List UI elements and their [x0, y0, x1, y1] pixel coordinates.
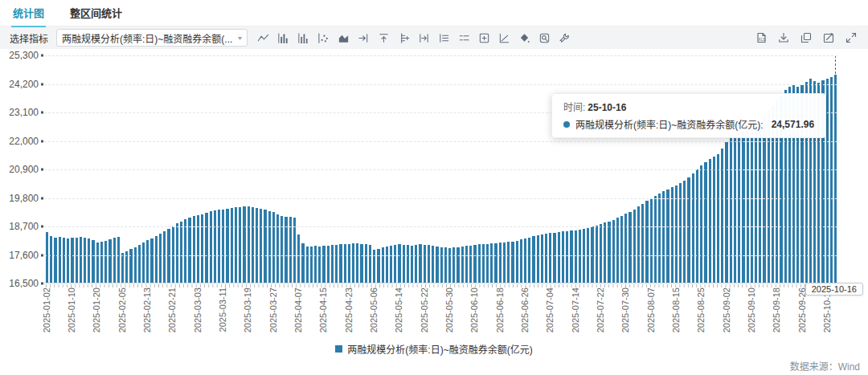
- bar[interactable]: [80, 237, 82, 283]
- scatter-chart-icon[interactable]: [316, 31, 330, 45]
- bar[interactable]: [142, 243, 145, 283]
- bar[interactable]: [687, 177, 690, 283]
- bar[interactable]: [830, 77, 833, 283]
- bar[interactable]: [76, 238, 78, 283]
- bar[interactable]: [553, 233, 555, 283]
- bar[interactable]: [478, 244, 481, 283]
- bar[interactable]: [608, 222, 610, 283]
- bar[interactable]: [214, 210, 216, 283]
- bar[interactable]: [46, 232, 48, 283]
- bar[interactable]: [348, 244, 350, 283]
- download-icon[interactable]: [776, 31, 791, 45]
- bar[interactable]: [704, 162, 706, 283]
- bar[interactable]: [683, 181, 686, 283]
- bar[interactable]: [658, 194, 661, 283]
- bar[interactable]: [700, 165, 702, 283]
- bar-chart-icon[interactable]: [276, 31, 290, 45]
- bar[interactable]: [755, 125, 757, 283]
- bar[interactable]: [440, 247, 443, 283]
- bar[interactable]: [662, 191, 665, 283]
- bar[interactable]: [67, 238, 69, 283]
- list-icon[interactable]: [436, 31, 451, 45]
- bar[interactable]: [104, 241, 107, 283]
- bar[interactable]: [549, 233, 551, 283]
- scale-settings-icon[interactable]: [396, 31, 411, 45]
- bar[interactable]: [650, 198, 653, 283]
- bar[interactable]: [293, 218, 296, 283]
- bar[interactable]: [692, 173, 694, 283]
- bar[interactable]: [113, 238, 116, 283]
- trendline-icon[interactable]: [497, 31, 511, 45]
- bar[interactable]: [301, 243, 304, 283]
- bar[interactable]: [167, 229, 170, 283]
- bar[interactable]: [734, 136, 736, 283]
- bar[interactable]: [645, 201, 648, 283]
- bar[interactable]: [159, 234, 162, 283]
- bar[interactable]: [222, 210, 224, 283]
- bar[interactable]: [575, 230, 577, 283]
- bar[interactable]: [537, 235, 539, 283]
- bar[interactable]: [826, 79, 829, 283]
- bar[interactable]: [176, 223, 178, 283]
- bar[interactable]: [318, 247, 321, 283]
- bar[interactable]: [482, 244, 485, 283]
- line-chart-icon[interactable]: [256, 31, 270, 45]
- bar[interactable]: [252, 207, 254, 283]
- bar[interactable]: [473, 245, 476, 283]
- bar[interactable]: [197, 215, 199, 283]
- bar[interactable]: [671, 187, 674, 283]
- dot-bar-chart-icon[interactable]: [296, 31, 310, 45]
- bar[interactable]: [63, 238, 65, 283]
- bar[interactable]: [461, 247, 464, 283]
- bar[interactable]: [226, 209, 228, 283]
- bar[interactable]: [436, 247, 438, 283]
- bar[interactable]: [532, 236, 534, 283]
- bar[interactable]: [675, 185, 678, 283]
- add-panel-icon[interactable]: [477, 31, 491, 45]
- bar[interactable]: [360, 244, 362, 283]
- bar[interactable]: [583, 229, 585, 283]
- bar[interactable]: [117, 237, 120, 283]
- bar[interactable]: [54, 238, 56, 283]
- bar[interactable]: [88, 238, 90, 283]
- bar[interactable]: [403, 245, 405, 283]
- bar[interactable]: [121, 253, 124, 283]
- bar[interactable]: [297, 234, 300, 283]
- bar[interactable]: [834, 75, 837, 284]
- bar[interactable]: [503, 243, 506, 283]
- bar[interactable]: [268, 211, 271, 283]
- shift-right-icon[interactable]: [356, 31, 371, 45]
- bar[interactable]: [490, 243, 493, 283]
- bar[interactable]: [407, 245, 409, 283]
- bar[interactable]: [264, 210, 266, 283]
- bar[interactable]: [604, 222, 606, 283]
- bar[interactable]: [394, 245, 396, 283]
- bar[interactable]: [709, 159, 711, 283]
- bar[interactable]: [272, 212, 275, 283]
- bar[interactable]: [411, 246, 413, 283]
- bar[interactable]: [415, 245, 417, 283]
- bar[interactable]: [747, 130, 749, 283]
- bar[interactable]: [205, 213, 207, 283]
- bar[interactable]: [612, 220, 615, 283]
- bar[interactable]: [188, 218, 190, 283]
- bar[interactable]: [306, 247, 309, 283]
- bar[interactable]: [465, 246, 468, 283]
- bar[interactable]: [239, 207, 241, 283]
- tab-statistics-chart[interactable]: 统计图: [11, 0, 46, 27]
- bar[interactable]: [499, 243, 502, 283]
- bar[interactable]: [452, 247, 455, 283]
- bar[interactable]: [759, 121, 761, 283]
- bar[interactable]: [218, 210, 220, 283]
- bar[interactable]: [628, 212, 631, 283]
- bar[interactable]: [335, 245, 338, 283]
- bar[interactable]: [520, 239, 522, 283]
- bar[interactable]: [138, 245, 141, 283]
- bar[interactable]: [524, 238, 526, 283]
- bar[interactable]: [344, 244, 346, 283]
- bar[interactable]: [507, 242, 510, 283]
- fill-style-icon[interactable]: [517, 31, 531, 45]
- bar[interactable]: [624, 214, 627, 283]
- bar[interactable]: [398, 244, 400, 283]
- bar[interactable]: [666, 190, 669, 283]
